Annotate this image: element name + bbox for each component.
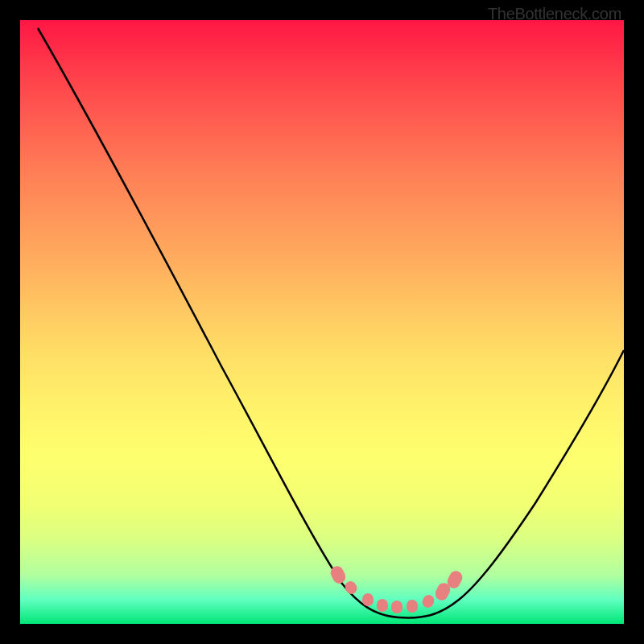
watermark-text: TheBottleneck.com xyxy=(488,5,621,23)
highlight-marker xyxy=(407,600,418,613)
chart-plot-area xyxy=(20,20,624,624)
highlight-marker xyxy=(391,601,402,613)
highlight-marker xyxy=(362,593,374,606)
highlight-marker xyxy=(377,599,388,612)
